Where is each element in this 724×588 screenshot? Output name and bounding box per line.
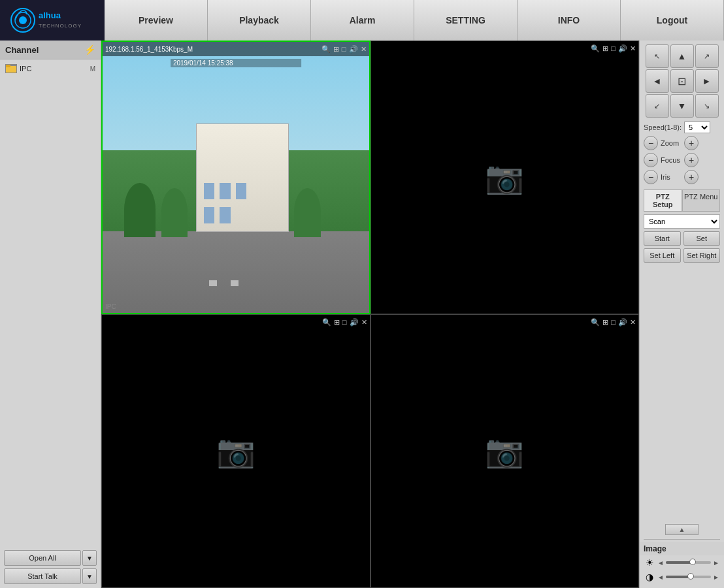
contrast-icon: ◑ (644, 572, 655, 582)
record-icon-4[interactable]: ⊞ (602, 318, 608, 327)
iris-row: − Iris + (644, 170, 720, 184)
open-all-button[interactable]: Open All (4, 550, 81, 566)
set-buttons: Set Left Set Right (644, 248, 720, 263)
contrast-row: ◑ ◄ ► (644, 570, 720, 584)
snapshot-icon-4[interactable]: □ (611, 318, 616, 326)
scan-select[interactable]: Scan Preset Tour Pattern (644, 214, 720, 229)
record-icon-1[interactable]: ⊞ (333, 45, 339, 54)
video-content-3: 📷 (102, 315, 370, 587)
tab-ptz-menu[interactable]: PTZ Menu (682, 189, 721, 211)
brightness-slider[interactable] (666, 561, 711, 564)
camera-placeholder-2: 📷 (485, 159, 524, 196)
ptz-downright-button[interactable]: ↘ (695, 94, 719, 118)
set-right-button[interactable]: Set Right (683, 248, 721, 263)
refresh-icon[interactable]: ⚡ (84, 44, 95, 55)
nav-setting[interactable]: SETTING (414, 0, 518, 41)
svg-text:alhua: alhua (39, 10, 61, 20)
folder-icon (5, 64, 17, 73)
start-talk-row: Start Talk ▼ (4, 568, 97, 584)
iris-minus-button[interactable]: − (644, 170, 658, 184)
main: Channel ⚡ IPC M Open All ▼ Start Talk ▼ (0, 41, 724, 588)
close-icon-4[interactable]: ✕ (630, 318, 636, 327)
brightness-right-arrow[interactable]: ► (712, 559, 720, 566)
search-icon-4[interactable]: 🔍 (591, 318, 600, 327)
nav-preview[interactable]: Preview (105, 0, 208, 41)
video-toolbar-4: 🔍 ⊞ □ 🔊 ✕ (371, 315, 639, 329)
ptz-downleft-button[interactable]: ↙ (646, 94, 669, 118)
video-content-4: 📷 (371, 315, 639, 587)
snapshot-icon-1[interactable]: □ (342, 45, 346, 53)
video-toolbar-1: 192.168.1.56_1_4153Kbps_M 🔍 ⊞ □ 🔊 ✕ (103, 42, 369, 56)
speed-select[interactable]: 1234 5678 (684, 122, 710, 133)
start-button[interactable]: Start (644, 231, 681, 246)
camera-placeholder-4: 📷 (485, 433, 524, 470)
audio-icon-3[interactable]: 🔊 (350, 318, 359, 327)
ptz-panel: ↖ ▲ ↗ ◄ ⊡ ► ↙ ▼ ↘ Speed(1-8): 1234 5678 … (639, 41, 724, 588)
video-cell-1[interactable]: 192.168.1.56_1_4153Kbps_M 🔍 ⊞ □ 🔊 ✕ (101, 41, 370, 314)
speed-row: Speed(1-8): 1234 5678 (644, 122, 720, 133)
svg-text:TECHNOLOGY: TECHNOLOGY (39, 23, 82, 29)
record-icon-2[interactable]: ⊞ (602, 44, 608, 53)
brightness-icon: ☀ (644, 557, 655, 568)
audio-icon-1[interactable]: 🔊 (349, 45, 358, 54)
tab-ptz-setup[interactable]: PTZ Setup (644, 189, 682, 211)
contrast-right-arrow[interactable]: ► (712, 574, 720, 581)
set-button[interactable]: Set (683, 231, 721, 246)
channel-item[interactable]: IPC M (3, 62, 98, 75)
video-grid: 192.168.1.56_1_4153Kbps_M 🔍 ⊞ □ 🔊 ✕ (101, 41, 639, 588)
close-icon-3[interactable]: ✕ (361, 318, 367, 327)
close-icon-2[interactable]: ✕ (630, 44, 636, 53)
nav-alarm[interactable]: Alarm (311, 0, 414, 41)
set-left-button[interactable]: Set Left (644, 248, 681, 263)
zoom-label: Zoom (661, 139, 682, 147)
start-talk-dropdown[interactable]: ▼ (82, 568, 97, 584)
channel-list: IPC M (0, 59, 101, 546)
sidebar-bottom: Open All ▼ Start Talk ▼ (0, 546, 101, 588)
zoom-minus-button[interactable]: − (644, 136, 658, 150)
close-icon-1[interactable]: ✕ (361, 45, 367, 54)
video-cell-3[interactable]: 🔍 ⊞ □ 🔊 ✕ 📷 (101, 314, 370, 588)
ptz-up-button[interactable]: ▲ (670, 44, 694, 68)
video-cell-2[interactable]: 🔍 ⊞ □ 🔊 ✕ 📷 (370, 41, 640, 314)
focus-minus-button[interactable]: − (644, 153, 658, 167)
scroll-up-button[interactable]: ▲ (665, 524, 699, 535)
brightness-row: ☀ ◄ ► (644, 555, 720, 570)
camera-placeholder-3: 📷 (216, 433, 255, 470)
video-label-1: 192.168.1.56_1_4153Kbps_M (105, 46, 319, 53)
nav-playback[interactable]: Playback (208, 0, 311, 41)
search-icon-2[interactable]: 🔍 (591, 44, 600, 53)
video-toolbar-3: 🔍 ⊞ □ 🔊 ✕ (102, 315, 370, 329)
video-content-2: 📷 (371, 41, 639, 314)
iris-plus-button[interactable]: + (684, 170, 699, 184)
channel-header: Channel ⚡ (0, 41, 101, 59)
ptz-upleft-button[interactable]: ↖ (646, 44, 669, 68)
contrast-slider[interactable] (666, 576, 711, 578)
start-talk-button[interactable]: Start Talk (4, 568, 81, 584)
scan-buttons: Start Set (644, 231, 720, 246)
scroll-up: ▲ (644, 523, 720, 536)
logo: alhua TECHNOLOGY (0, 0, 105, 41)
search-icon-1[interactable]: 🔍 (321, 45, 331, 54)
channel-name: IPC (20, 65, 88, 73)
nav-info[interactable]: INFO (518, 0, 621, 41)
focus-plus-button[interactable]: + (684, 153, 699, 167)
ptz-center-button[interactable]: ⊡ (670, 69, 694, 93)
brightness-left-arrow[interactable]: ◄ (657, 559, 665, 566)
contrast-left-arrow[interactable]: ◄ (657, 574, 665, 581)
ptz-right-button[interactable]: ► (695, 69, 719, 93)
open-all-dropdown[interactable]: ▼ (82, 550, 97, 566)
snapshot-icon-3[interactable]: □ (342, 318, 347, 326)
zoom-plus-button[interactable]: + (684, 136, 699, 150)
topbar: alhua TECHNOLOGY Preview Playback Alarm … (0, 0, 724, 41)
nav-logout[interactable]: Logout (621, 0, 724, 41)
audio-icon-2[interactable]: 🔊 (618, 44, 627, 53)
ptz-down-button[interactable]: ▼ (670, 94, 694, 118)
search-icon-3[interactable]: 🔍 (322, 318, 331, 327)
video-cell-4[interactable]: 🔍 ⊞ □ 🔊 ✕ 📷 (370, 314, 640, 588)
audio-icon-4[interactable]: 🔊 (618, 318, 627, 327)
focus-row: − Focus + (644, 153, 720, 167)
snapshot-icon-2[interactable]: □ (611, 44, 616, 52)
ptz-upright-button[interactable]: ↗ (695, 44, 719, 68)
ptz-left-button[interactable]: ◄ (646, 69, 669, 93)
record-icon-3[interactable]: ⊞ (334, 318, 340, 327)
